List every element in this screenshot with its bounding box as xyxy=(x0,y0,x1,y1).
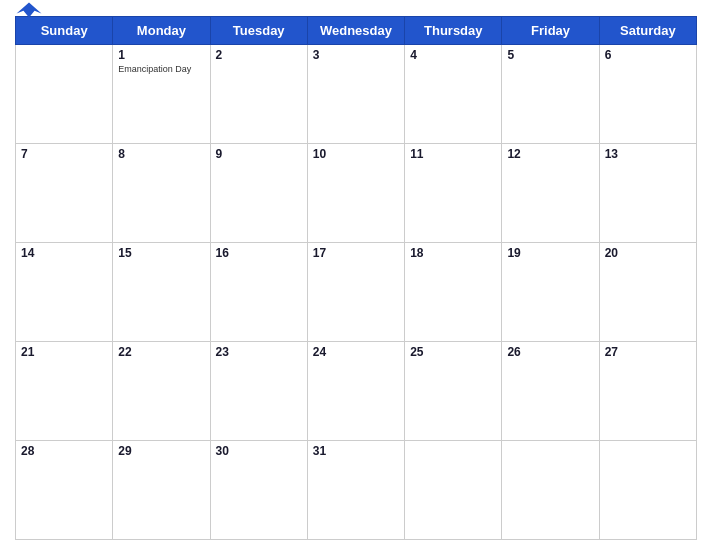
calendar-day-cell xyxy=(405,441,502,540)
calendar-week-row: 78910111213 xyxy=(16,144,697,243)
calendar-table: SundayMondayTuesdayWednesdayThursdayFrid… xyxy=(15,16,697,540)
day-number: 2 xyxy=(216,48,302,62)
calendar-day-cell: 11 xyxy=(405,144,502,243)
day-number: 8 xyxy=(118,147,204,161)
calendar-day-cell: 8 xyxy=(113,144,210,243)
calendar-day-cell: 16 xyxy=(210,243,307,342)
day-number: 20 xyxy=(605,246,691,260)
weekday-header: Friday xyxy=(502,17,599,45)
weekday-header-row: SundayMondayTuesdayWednesdayThursdayFrid… xyxy=(16,17,697,45)
calendar-day-cell: 27 xyxy=(599,342,696,441)
calendar-week-row: 21222324252627 xyxy=(16,342,697,441)
calendar-day-cell: 22 xyxy=(113,342,210,441)
day-number: 13 xyxy=(605,147,691,161)
calendar-day-cell xyxy=(599,441,696,540)
svg-marker-0 xyxy=(17,2,42,17)
calendar-day-cell xyxy=(16,45,113,144)
day-number: 11 xyxy=(410,147,496,161)
calendar-day-cell: 7 xyxy=(16,144,113,243)
weekday-header: Thursday xyxy=(405,17,502,45)
calendar-day-cell: 9 xyxy=(210,144,307,243)
calendar-day-cell: 19 xyxy=(502,243,599,342)
calendar-day-cell: 4 xyxy=(405,45,502,144)
day-number: 18 xyxy=(410,246,496,260)
day-number: 15 xyxy=(118,246,204,260)
calendar-day-cell: 24 xyxy=(307,342,404,441)
calendar-day-cell: 28 xyxy=(16,441,113,540)
weekday-header: Saturday xyxy=(599,17,696,45)
calendar-day-cell: 12 xyxy=(502,144,599,243)
calendar-day-cell: 31 xyxy=(307,441,404,540)
day-number: 12 xyxy=(507,147,593,161)
calendar-week-row: 1Emancipation Day23456 xyxy=(16,45,697,144)
day-number: 9 xyxy=(216,147,302,161)
day-number: 7 xyxy=(21,147,107,161)
day-event-label: Emancipation Day xyxy=(118,64,204,74)
day-number: 6 xyxy=(605,48,691,62)
calendar-day-cell: 21 xyxy=(16,342,113,441)
day-number: 23 xyxy=(216,345,302,359)
day-number: 16 xyxy=(216,246,302,260)
day-number: 21 xyxy=(21,345,107,359)
calendar-day-cell: 23 xyxy=(210,342,307,441)
calendar-day-cell: 3 xyxy=(307,45,404,144)
logo-icon xyxy=(15,1,43,19)
calendar-week-row: 28293031 xyxy=(16,441,697,540)
calendar-day-cell: 2 xyxy=(210,45,307,144)
logo xyxy=(15,1,43,19)
day-number: 31 xyxy=(313,444,399,458)
calendar-day-cell xyxy=(502,441,599,540)
weekday-header: Wednesday xyxy=(307,17,404,45)
calendar-day-cell: 18 xyxy=(405,243,502,342)
calendar-day-cell: 20 xyxy=(599,243,696,342)
calendar-week-row: 14151617181920 xyxy=(16,243,697,342)
day-number: 1 xyxy=(118,48,204,62)
calendar-day-cell: 13 xyxy=(599,144,696,243)
day-number: 29 xyxy=(118,444,204,458)
calendar-day-cell: 26 xyxy=(502,342,599,441)
weekday-header: Sunday xyxy=(16,17,113,45)
calendar-day-cell: 1Emancipation Day xyxy=(113,45,210,144)
calendar-day-cell: 14 xyxy=(16,243,113,342)
calendar-day-cell: 29 xyxy=(113,441,210,540)
day-number: 3 xyxy=(313,48,399,62)
calendar-day-cell: 5 xyxy=(502,45,599,144)
day-number: 19 xyxy=(507,246,593,260)
day-number: 27 xyxy=(605,345,691,359)
day-number: 22 xyxy=(118,345,204,359)
calendar-day-cell: 17 xyxy=(307,243,404,342)
day-number: 26 xyxy=(507,345,593,359)
calendar-day-cell: 25 xyxy=(405,342,502,441)
day-number: 10 xyxy=(313,147,399,161)
day-number: 17 xyxy=(313,246,399,260)
day-number: 4 xyxy=(410,48,496,62)
calendar-day-cell: 6 xyxy=(599,45,696,144)
weekday-header: Monday xyxy=(113,17,210,45)
day-number: 25 xyxy=(410,345,496,359)
day-number: 24 xyxy=(313,345,399,359)
calendar-day-cell: 15 xyxy=(113,243,210,342)
calendar-day-cell: 10 xyxy=(307,144,404,243)
day-number: 30 xyxy=(216,444,302,458)
day-number: 5 xyxy=(507,48,593,62)
weekday-header: Tuesday xyxy=(210,17,307,45)
day-number: 14 xyxy=(21,246,107,260)
calendar-day-cell: 30 xyxy=(210,441,307,540)
day-number: 28 xyxy=(21,444,107,458)
